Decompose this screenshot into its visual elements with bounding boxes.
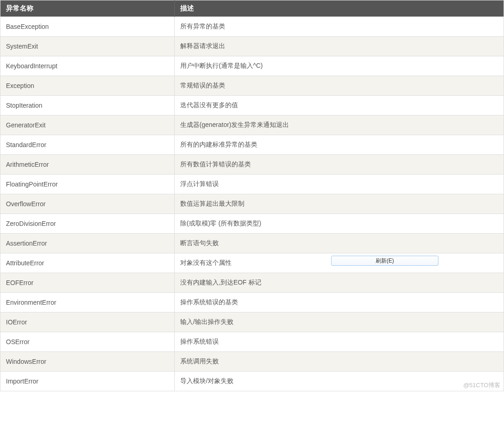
cell-exception-name: GeneratorExit: [0, 115, 175, 135]
table-row: FloatingPointError浮点计算错误: [0, 175, 504, 194]
cell-exception-desc: 数值运算超出最大限制: [175, 194, 504, 214]
cell-exception-name: ArithmeticError: [0, 155, 175, 175]
cell-exception-name: WindowsError: [0, 352, 175, 372]
cell-exception-desc: 所有数值计算错误的基类: [175, 155, 504, 175]
table-row: IOError输入/输出操作失败: [0, 312, 504, 332]
cell-exception-desc: 操作系统错误的基类: [175, 293, 504, 312]
cell-exception-name: AttributeError: [0, 253, 175, 273]
cell-exception-desc: 用户中断执行(通常是输入^C): [175, 56, 504, 76]
cell-exception-name: OSError: [0, 332, 175, 352]
table-row: KeyboardInterrupt用户中断执行(通常是输入^C): [0, 56, 504, 76]
cell-exception-desc: 解释器请求退出: [175, 37, 504, 56]
exception-table: 异常名称 描述 BaseException所有异常的基类SystemExit解释…: [0, 0, 504, 391]
cell-exception-name: FloatingPointError: [0, 175, 175, 194]
cell-exception-name: IOError: [0, 312, 175, 332]
cell-exception-name: ZeroDivisionError: [0, 214, 175, 234]
cell-exception-desc: 生成器(generator)发生异常来通知退出: [175, 115, 504, 135]
cell-exception-name: BaseException: [0, 17, 175, 37]
cell-exception-desc: 常规错误的基类: [175, 76, 504, 96]
header-desc: 描述: [175, 0, 504, 17]
cell-exception-desc: 输入/输出操作失败: [175, 312, 504, 332]
table-row: EnvironmentError操作系统错误的基类: [0, 293, 504, 312]
cell-exception-name: Exception: [0, 76, 175, 96]
cell-exception-desc: 操作系统错误: [175, 332, 504, 352]
table-row: AssertionError断言语句失败: [0, 234, 504, 253]
cell-exception-desc: 所有的内建标准异常的基类: [175, 135, 504, 155]
table-row: WindowsError系统调用失败: [0, 352, 504, 372]
cell-exception-desc: 没有内建输入,到达EOF 标记: [175, 273, 504, 293]
cell-exception-name: EOFError: [0, 273, 175, 293]
cell-exception-name: OverflowError: [0, 194, 175, 214]
cell-exception-name: ImportError: [0, 372, 175, 391]
cell-exception-desc: 浮点计算错误: [175, 175, 504, 194]
table-row: ArithmeticError所有数值计算错误的基类: [0, 155, 504, 175]
table-row: SystemExit解释器请求退出: [0, 37, 504, 56]
cell-exception-name: AssertionError: [0, 234, 175, 253]
table-row: OverflowError数值运算超出最大限制: [0, 194, 504, 214]
cell-exception-name: StandardError: [0, 135, 175, 155]
header-name: 异常名称: [0, 0, 175, 17]
cell-exception-desc: 导入模块/对象失败: [175, 372, 504, 391]
table-header-row: 异常名称 描述: [0, 0, 504, 17]
table-row: ImportError导入模块/对象失败: [0, 372, 504, 391]
cell-exception-desc: 所有异常的基类: [175, 17, 504, 37]
cell-exception-desc: 迭代器没有更多的值: [175, 96, 504, 115]
refresh-button-label: 刷新(E): [376, 258, 394, 264]
table-row: EOFError没有内建输入,到达EOF 标记: [0, 273, 504, 293]
cell-exception-name: EnvironmentError: [0, 293, 175, 312]
cell-exception-name: SystemExit: [0, 37, 175, 56]
table-row: BaseException所有异常的基类: [0, 17, 504, 37]
cell-exception-desc: 除(或取模)零 (所有数据类型): [175, 214, 504, 234]
refresh-button[interactable]: 刷新(E): [331, 256, 438, 266]
cell-exception-desc: 断言语句失败: [175, 234, 504, 253]
cell-exception-name: KeyboardInterrupt: [0, 56, 175, 76]
table-row: Exception常规错误的基类: [0, 76, 504, 96]
cell-exception-desc: 系统调用失败: [175, 352, 504, 372]
table-row: StandardError所有的内建标准异常的基类: [0, 135, 504, 155]
table-row: GeneratorExit生成器(generator)发生异常来通知退出: [0, 115, 504, 135]
table-row: ZeroDivisionError除(或取模)零 (所有数据类型): [0, 214, 504, 234]
table-row: OSError操作系统错误: [0, 332, 504, 352]
table-row: StopIteration迭代器没有更多的值: [0, 96, 504, 115]
cell-exception-name: StopIteration: [0, 96, 175, 115]
